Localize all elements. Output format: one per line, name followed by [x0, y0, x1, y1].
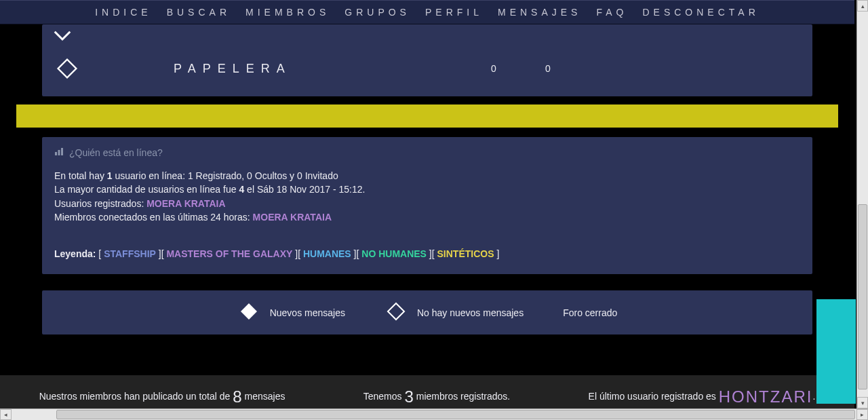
legend-new-messages: Nuevos mensajes: [237, 300, 345, 325]
stats-icon: [54, 147, 64, 158]
forum-name[interactable]: PAPELERA: [92, 62, 467, 76]
svg-rect-5: [388, 303, 404, 320]
diamond-filled-icon: [237, 300, 260, 325]
forum-post-count: 0: [521, 63, 575, 74]
last-user-link[interactable]: HONTZARI: [719, 387, 813, 406]
horizontal-scroll-track[interactable]: [12, 409, 856, 419]
forum-row-papelera[interactable]: PAPELERA 0 0: [42, 47, 812, 96]
horizontal-scrollbar[interactable]: ◂ ▸: [0, 408, 868, 419]
legend-line: Leyenda: [ STAFFSHIP ][ MASTERS OF THE G…: [54, 247, 800, 261]
legend-forum-closed: Foro cerrado: [563, 307, 617, 318]
online-line-record: La mayor cantidad de usuarios en línea f…: [54, 183, 800, 196]
scroll-left-arrow-icon[interactable]: ◂: [0, 409, 12, 419]
diamond-outline-icon: [384, 300, 408, 325]
svg-rect-2: [58, 150, 60, 155]
horizontal-scroll-thumb[interactable]: [56, 410, 855, 419]
group-masters[interactable]: MASTERS OF THE GALAXY: [166, 248, 292, 259]
vertical-scrollbar[interactable]: ▴ ▾: [856, 0, 868, 408]
vertical-scroll-track[interactable]: [857, 12, 868, 397]
nav-buscar[interactable]: BUSCAR: [167, 7, 231, 18]
scroll-down-arrow-icon[interactable]: ▾: [857, 397, 868, 408]
legend-no-new-messages: No hay nuevos mensajes: [384, 300, 524, 325]
online-line-total: En total hay 1 usuario en línea: 1 Regis…: [54, 169, 800, 183]
online-24h-user-link[interactable]: MOERA KRATAIA: [253, 212, 332, 223]
stats-total-members: Tenemos 3 miembros registrados.: [363, 387, 510, 406]
group-staffship[interactable]: STAFFSHIP: [104, 248, 156, 259]
who-is-online-title-text: ¿Quién está en línea?: [69, 147, 163, 158]
who-is-online-title: ¿Quién está en línea?: [54, 147, 800, 158]
online-line-registered: Usuarios registrados: MOERA KRATAIA: [54, 197, 800, 210]
svg-rect-1: [55, 152, 57, 155]
group-nohumanes[interactable]: NO HUMANES: [361, 248, 427, 259]
diamond-outline-icon: [42, 52, 92, 85]
floating-teal-widget[interactable]: [816, 299, 856, 404]
nav-desconectar[interactable]: DESCONECTAR: [642, 7, 759, 18]
top-nav: INDICE BUSCAR MIEMBROS GRUPOS PERFIL MEN…: [0, 0, 854, 24]
group-sinteticos[interactable]: SINTÉTICOS: [437, 248, 494, 259]
scroll-right-arrow-icon[interactable]: ▸: [856, 409, 868, 419]
nav-grupos[interactable]: GRUPOS: [344, 7, 410, 18]
nav-faq[interactable]: FAQ: [596, 7, 627, 18]
online-line-24h: Miembros conectados en las últimas 24 ho…: [54, 210, 800, 224]
svg-rect-3: [61, 148, 63, 155]
svg-rect-4: [241, 303, 257, 320]
forum-row-collapse: [42, 24, 812, 47]
stats-total-posts: Nuestros miembros han publicado un total…: [39, 387, 285, 406]
scroll-up-arrow-icon[interactable]: ▴: [857, 0, 868, 12]
nav-perfil[interactable]: PERFIL: [425, 7, 483, 18]
chevron-down-icon[interactable]: [42, 24, 83, 47]
online-user-link[interactable]: MOERA KRATAIA: [146, 198, 225, 209]
who-is-online-panel: ¿Quién está en línea? En total hay 1 usu…: [42, 137, 812, 274]
stats-last-user: El último usuario registrado es HONTZARI…: [589, 387, 816, 406]
forum-panel: PAPELERA 0 0: [42, 24, 812, 96]
svg-rect-0: [58, 60, 77, 78]
nav-miembros[interactable]: MIEMBROS: [245, 7, 330, 18]
yellow-banner: [16, 104, 838, 128]
vertical-scroll-thumb[interactable]: [858, 204, 867, 389]
nav-indice[interactable]: INDICE: [95, 7, 151, 18]
forum-topic-count: 0: [467, 63, 521, 74]
legend-icons-panel: Nuevos mensajes No hay nuevos mensajes F…: [42, 290, 812, 335]
group-humanes[interactable]: HUMANES: [303, 248, 351, 259]
nav-mensajes[interactable]: MENSAJES: [498, 7, 581, 18]
